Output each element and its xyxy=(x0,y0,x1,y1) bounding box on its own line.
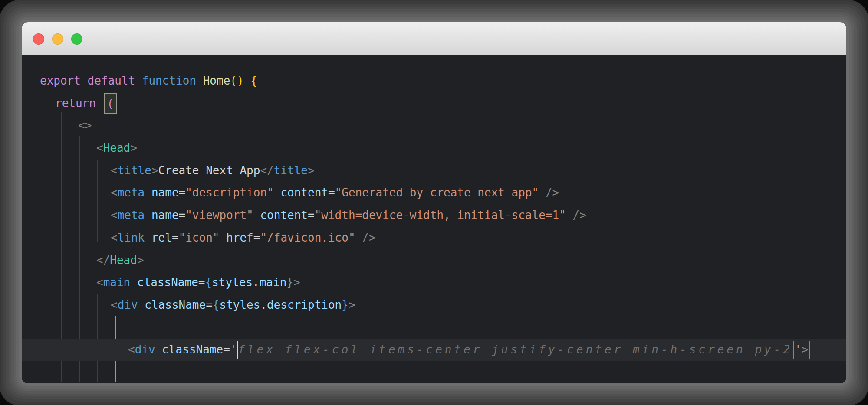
minimize-button[interactable] xyxy=(52,33,63,45)
token-pn: <> xyxy=(78,119,92,132)
token-tag: title xyxy=(118,164,151,177)
token-tag: title xyxy=(274,164,308,177)
token-brace: { xyxy=(213,298,220,311)
token-op: = xyxy=(308,209,315,222)
code-line[interactable]: export default function Home() { xyxy=(22,70,846,92)
token-pn: </ xyxy=(96,254,110,267)
token-brace: } xyxy=(286,276,293,289)
screenshot-stage: export default function Home() {return (… xyxy=(0,0,868,405)
token-tag: meta xyxy=(118,209,145,222)
token-pn: < xyxy=(96,141,103,154)
token-op xyxy=(96,97,103,110)
code-line[interactable]: <meta name="viewport" content="width=dev… xyxy=(22,204,846,227)
token-op: = xyxy=(179,209,186,222)
code-line-current[interactable]: <div className='flex flex-col items-cent… xyxy=(22,339,846,361)
token-tag: main xyxy=(103,276,131,289)
token-pn: < xyxy=(96,276,103,289)
token-attr: name xyxy=(151,186,179,199)
token-pn: > xyxy=(293,276,300,289)
token-str: "icon" xyxy=(179,231,220,244)
token-pn: > xyxy=(130,141,137,154)
token-pn: > xyxy=(349,298,355,311)
token-pn: > xyxy=(802,343,809,356)
token-pn: </ xyxy=(260,164,273,177)
token-op xyxy=(566,209,573,222)
token-tag: link xyxy=(118,231,145,244)
token-tag: meta xyxy=(118,186,145,199)
token-op: = xyxy=(198,276,205,289)
code-line[interactable]: <title>Create Next App</title> xyxy=(22,160,846,182)
token-attr: rel xyxy=(151,231,172,244)
token-pn: > xyxy=(151,164,158,177)
code-line[interactable]: <div className={styles.description}> xyxy=(22,294,846,317)
token-attr: name xyxy=(151,209,179,222)
token-op xyxy=(274,186,281,199)
token-pn: > xyxy=(137,254,144,267)
token-brace: { xyxy=(205,276,212,289)
token-pn: < xyxy=(128,343,135,356)
end-marker-bar xyxy=(793,341,794,359)
token-attr: className xyxy=(162,343,223,356)
token-op xyxy=(138,298,145,311)
token-comp: Head xyxy=(110,254,137,267)
token-op xyxy=(219,231,226,244)
code-area[interactable]: export default function Home() {return (… xyxy=(22,55,846,383)
code-line[interactable]: return ( xyxy=(22,92,846,115)
token-op xyxy=(253,209,260,222)
window-title-bar[interactable] xyxy=(22,22,846,55)
editor-body[interactable]: export default function Home() {return (… xyxy=(22,55,846,383)
token-attr: href xyxy=(226,231,253,244)
token-str: "viewport" xyxy=(185,209,253,222)
token-attr: content xyxy=(280,186,328,199)
token-pn: < xyxy=(111,209,118,222)
token-gold: { xyxy=(250,74,257,87)
token-pn: < xyxy=(111,164,118,177)
code-line[interactable]: <link rel="icon" href="/favicon.ico" /> xyxy=(22,227,846,249)
code-line[interactable] xyxy=(22,361,846,383)
token-str: "Generated by create next app" xyxy=(335,186,539,199)
token-op xyxy=(155,343,162,356)
token-op xyxy=(145,231,151,244)
close-button[interactable] xyxy=(33,33,44,45)
code-line[interactable]: <Head> xyxy=(22,137,846,160)
code-line[interactable]: <> xyxy=(22,114,846,137)
token-op: = xyxy=(179,186,186,199)
code-line[interactable] xyxy=(22,317,846,339)
token-attr: styles xyxy=(219,298,260,311)
token-tag: div xyxy=(135,343,155,356)
token-op: = xyxy=(172,231,179,244)
zoom-button[interactable] xyxy=(71,33,82,45)
token-attr: content xyxy=(260,209,308,222)
token-op: . xyxy=(260,298,267,311)
token-attr: className xyxy=(145,298,206,311)
token-tag: div xyxy=(118,298,138,311)
token-str: ' xyxy=(795,343,802,356)
token-str: "/favicon.ico" xyxy=(260,231,355,244)
token-kw: return xyxy=(55,97,96,110)
token-comp: Head xyxy=(103,141,131,154)
code-line[interactable]: <main className={styles.main}> xyxy=(22,271,846,294)
token-pn: /> xyxy=(362,231,375,244)
token-pn: < xyxy=(111,186,118,199)
token-fn: Home xyxy=(203,74,230,87)
token-op xyxy=(244,74,251,87)
token-op xyxy=(355,231,362,244)
token-pn: /> xyxy=(546,186,559,199)
editor-window: export default function Home() {return (… xyxy=(22,22,846,383)
token-txt: Create Next App xyxy=(158,164,260,177)
token-attr: styles xyxy=(212,276,253,289)
traffic-lights xyxy=(33,33,82,45)
token-pn: /> xyxy=(573,209,586,222)
token-str: "description" xyxy=(185,186,274,199)
token-pn: < xyxy=(111,298,118,311)
token-pn: < xyxy=(111,231,118,244)
token-attr: className xyxy=(137,276,198,289)
token-attr: main xyxy=(260,276,287,289)
code-line[interactable]: </Head> xyxy=(22,249,846,272)
token-kwb: function xyxy=(142,74,196,87)
token-op: . xyxy=(253,276,260,289)
ghost-suggestion-text: flex flex-col items-center justify-cente… xyxy=(238,343,792,356)
code-line[interactable]: <meta name="description" content="Genera… xyxy=(22,182,846,204)
token-op: = xyxy=(253,231,260,244)
bracket-match-box: ( xyxy=(104,93,117,114)
